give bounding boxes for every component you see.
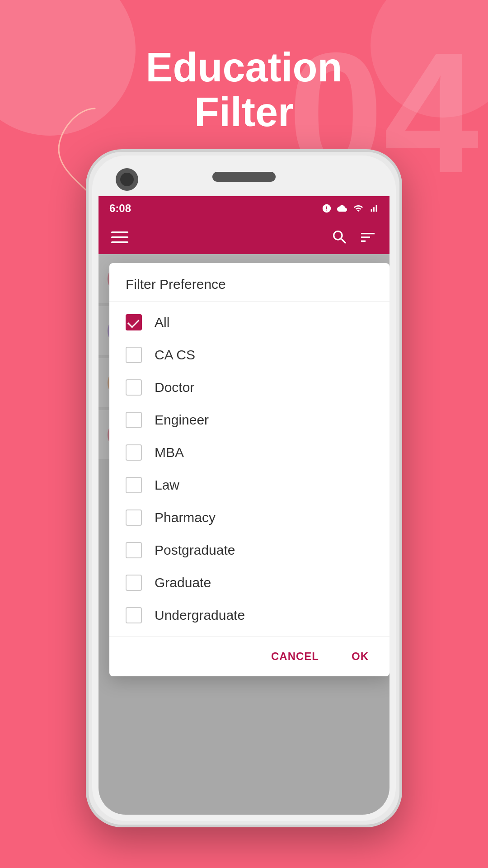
filter-label-postgraduate: Postgraduate: [155, 542, 235, 558]
notification-icon: [322, 203, 332, 213]
speaker: [212, 172, 276, 182]
filter-item-postgraduate[interactable]: Postgraduate: [109, 534, 389, 566]
filter-label-pharmacy: Pharmacy: [155, 510, 216, 525]
phone-inner: 6:08: [92, 156, 396, 821]
filter-label-graduate: Graduate: [155, 575, 211, 590]
filter-dialog: Filter Preference All CA CS: [109, 263, 389, 676]
app-content: Filter Preference All CA CS: [99, 254, 389, 815]
filter-item-undergraduate[interactable]: Undergraduate: [109, 599, 389, 632]
ok-button[interactable]: OK: [344, 646, 376, 667]
menu-button[interactable]: [111, 231, 128, 243]
status-time: 6:08: [109, 202, 131, 215]
power-button: [399, 288, 402, 333]
filter-label-cacs: CA CS: [155, 347, 195, 363]
filter-label-undergraduate: Undergraduate: [155, 608, 245, 623]
camera: [116, 168, 138, 191]
filter-item-law[interactable]: Law: [109, 469, 389, 501]
phone-mockup: 6:08: [86, 149, 402, 827]
filter-item-doctor[interactable]: Doctor: [109, 371, 389, 404]
cancel-button[interactable]: CANCEL: [264, 646, 326, 667]
filter-item-cacs[interactable]: CA CS: [109, 339, 389, 371]
dialog-list: All CA CS Doctor: [109, 302, 389, 636]
checkbox-cacs[interactable]: [126, 347, 142, 363]
camera-lens: [120, 173, 134, 186]
filter-item-all[interactable]: All: [109, 306, 389, 339]
checkbox-all[interactable]: [126, 314, 142, 330]
filter-item-mba[interactable]: MBA: [109, 436, 389, 469]
filter-item-pharmacy[interactable]: Pharmacy: [109, 501, 389, 534]
checkbox-mba[interactable]: [126, 444, 142, 461]
filter-item-graduate[interactable]: Graduate: [109, 566, 389, 599]
cloud-icon: [336, 203, 348, 213]
menu-line-2: [111, 236, 128, 238]
checkbox-graduate[interactable]: [126, 575, 142, 591]
menu-line-1: [111, 231, 128, 233]
dialog-actions: CANCEL OK: [109, 636, 389, 676]
phone-screen: 6:08: [99, 196, 389, 815]
menu-line-3: [111, 241, 128, 243]
checkbox-pharmacy[interactable]: [126, 509, 142, 526]
silent-button: [86, 328, 89, 364]
checkbox-doctor[interactable]: [126, 379, 142, 396]
status-icons: [322, 203, 379, 213]
signal-icon: [369, 203, 379, 213]
app-toolbar: [99, 221, 389, 254]
filter-label-law: Law: [155, 477, 179, 493]
filter-item-engineer[interactable]: Engineer: [109, 404, 389, 436]
filter-icon[interactable]: [359, 228, 377, 246]
checkbox-engineer[interactable]: [126, 412, 142, 428]
toolbar-right: [331, 228, 377, 246]
volume-up-button: [86, 242, 89, 269]
filter-label-all: All: [155, 315, 169, 330]
checkbox-undergraduate[interactable]: [126, 607, 142, 623]
checkbox-law[interactable]: [126, 477, 142, 493]
search-icon[interactable]: [331, 228, 349, 246]
filter-label-doctor: Doctor: [155, 380, 194, 395]
status-bar: 6:08: [99, 196, 389, 221]
dialog-title: Filter Preference: [109, 263, 389, 302]
filter-label-engineer: Engineer: [155, 412, 209, 428]
volume-down-button: [86, 283, 89, 319]
checkbox-postgraduate[interactable]: [126, 542, 142, 558]
wifi-icon: [352, 203, 364, 213]
filter-label-mba: MBA: [155, 445, 184, 460]
